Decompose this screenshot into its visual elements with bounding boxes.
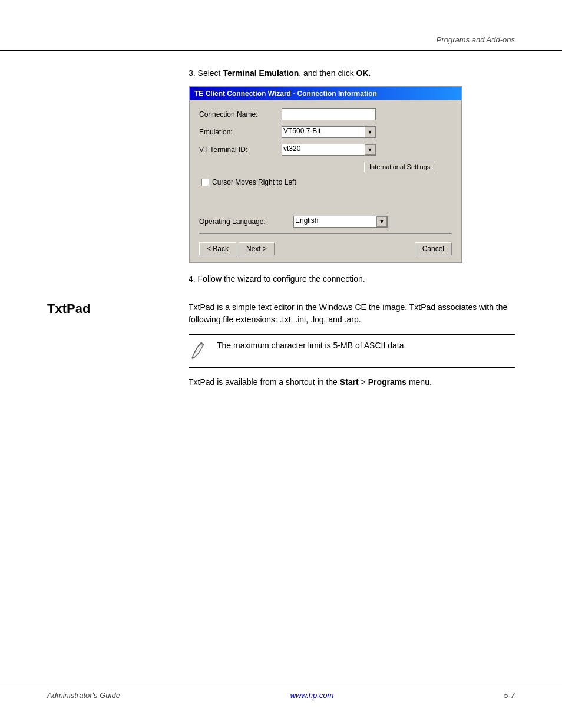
back-button[interactable]: < Back — [199, 242, 236, 255]
dialog-divider — [199, 233, 452, 234]
txtpad-heading: TxtPad — [47, 301, 177, 317]
dialog-title-bar: TE Client Connection Wizard - Connection… — [190, 87, 461, 100]
operating-language-dropdown-arrow[interactable]: ▼ — [376, 216, 387, 227]
header-title: Programs and Add-ons — [437, 35, 515, 44]
step4-text: 4. Follow the wizard to configure the co… — [189, 274, 365, 284]
connection-name-row: Connection Name: — [199, 108, 452, 120]
cursor-moves-checkbox[interactable] — [201, 179, 209, 186]
footer-left: Administrator's Guide — [47, 691, 120, 700]
emulation-dropdown-arrow[interactable]: ▼ — [365, 127, 375, 137]
connection-name-label: Connection Name: — [199, 110, 282, 118]
page-footer: Administrator's Guide www.hp.com 5-7 — [0, 686, 562, 704]
operating-language-label: Operating Language: — [199, 218, 293, 226]
te-client-dialog: TE Client Connection Wizard - Connection… — [189, 86, 462, 263]
txtpad-para2: TxtPad is available from a shortcut in t… — [189, 376, 515, 388]
vt-terminal-select[interactable]: vt320 ▼ — [282, 144, 376, 156]
emulation-value: VT500 7-Bit — [282, 127, 365, 137]
note-box: The maximum character limit is 5-MB of A… — [189, 334, 515, 368]
operating-language-select[interactable]: English ▼ — [293, 216, 388, 228]
vt-terminal-label: VT Terminal ID: — [199, 146, 282, 154]
dialog-footer-left: < Back Next > — [199, 242, 275, 255]
vt-terminal-row: VT Terminal ID: vt320 ▼ — [199, 144, 452, 156]
footer-center[interactable]: www.hp.com — [290, 691, 334, 700]
connection-name-input[interactable] — [282, 108, 376, 120]
step3-instruction: 3. Select Terminal Emulation, and then c… — [189, 68, 371, 78]
dialog-body: Connection Name: Emulation: VT500 7-Bit … — [190, 100, 461, 262]
dialog-footer: < Back Next > Cancel — [199, 239, 452, 255]
cancel-button[interactable]: Cancel — [415, 242, 452, 255]
emulation-row: Emulation: VT500 7-Bit ▼ — [199, 126, 452, 138]
vt-terminal-dropdown-arrow[interactable]: ▼ — [365, 144, 375, 155]
emulation-label: Emulation: — [199, 128, 282, 136]
txtpad-para1: TxtPad is a simple text editor in the Wi… — [189, 301, 515, 326]
cursor-moves-label: Cursor Moves Right to Left — [212, 178, 296, 186]
footer-right: 5-7 — [504, 691, 515, 700]
dialog-title: TE Client Connection Wizard - Connection… — [194, 90, 377, 98]
txtpad-section: TxtPad TxtPad is a simple text editor in… — [47, 301, 515, 397]
txtpad-right-column: TxtPad is a simple text editor in the Wi… — [189, 301, 515, 397]
txtpad-left-column: TxtPad — [47, 301, 189, 397]
page-header: Programs and Add-ons — [0, 0, 562, 51]
next-button[interactable]: Next > — [239, 242, 275, 255]
operating-language-value: English — [294, 216, 376, 227]
international-settings-button[interactable]: International Settings — [364, 162, 435, 172]
emulation-select[interactable]: VT500 7-Bit ▼ — [282, 126, 376, 138]
note-text: The maximum character limit is 5-MB of A… — [217, 340, 406, 352]
pencil-icon — [189, 340, 211, 363]
cursor-moves-checkbox-row: Cursor Moves Right to Left — [199, 178, 452, 186]
vt-terminal-value: vt320 — [282, 144, 365, 155]
operating-language-row: Operating Language: English ▼ — [199, 216, 452, 228]
